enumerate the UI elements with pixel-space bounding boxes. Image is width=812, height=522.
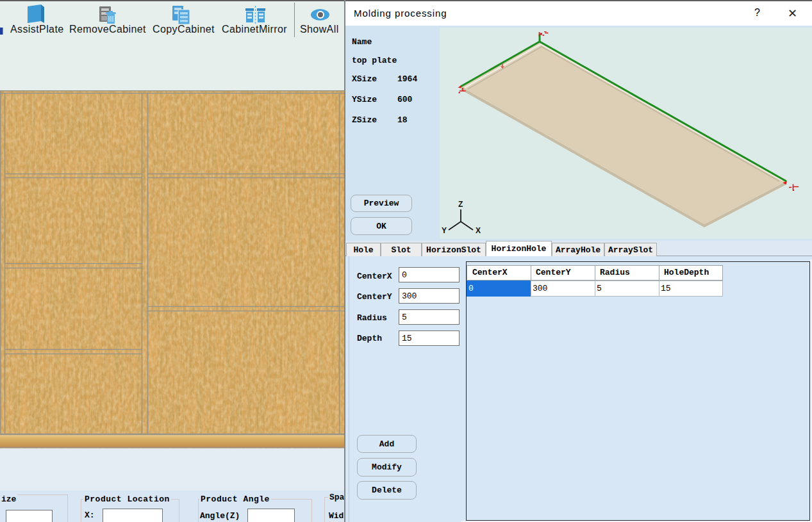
svg-text:Y: Y (442, 226, 447, 235)
svg-text:X: X (476, 226, 481, 235)
svg-text:Z: Z (458, 200, 463, 209)
